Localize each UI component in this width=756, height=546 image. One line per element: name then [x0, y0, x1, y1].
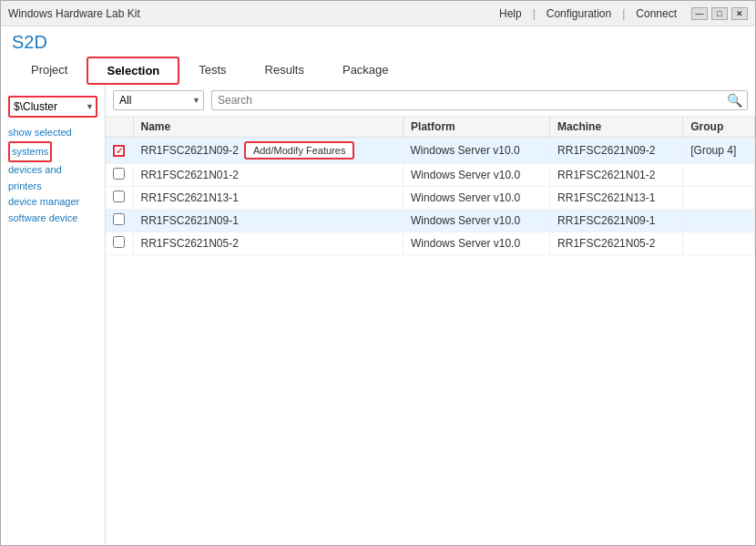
sidebar-item-device-manager[interactable]: device manager — [8, 194, 97, 211]
table-row: RR1FSC2621N09-1 Windows Server v10.0 RR1… — [106, 210, 755, 232]
col-group: Group — [683, 117, 755, 138]
main-panel: All Selected ▼ 🔍 Name — [106, 85, 755, 545]
row4-group — [683, 210, 755, 232]
main-window: Windows Hardware Lab Kit Help | Configur… — [0, 0, 756, 546]
row3-platform: Windows Server v10.0 — [404, 187, 550, 210]
app-brand-title: S2D — [12, 32, 744, 53]
window-controls: — □ ✕ — [691, 7, 748, 20]
col-machine: Machine — [550, 117, 683, 138]
row2-checkbox-cell[interactable] — [106, 164, 133, 187]
minimize-button[interactable]: — — [691, 7, 708, 20]
row4-name: RR1FSC2621N09-1 — [133, 210, 404, 232]
tab-selection[interactable]: Selection — [87, 57, 179, 85]
row5-checkbox[interactable] — [113, 236, 125, 248]
connect-link[interactable]: Connect — [636, 7, 677, 20]
row5-name: RR1FSC2621N05-2 — [133, 232, 404, 255]
help-link[interactable]: Help — [499, 7, 522, 20]
table-header-row: Name Platform Machine Group — [106, 117, 755, 138]
table-body: RR1FSC2621N09-2 Add/Modify Features Wind… — [106, 138, 755, 255]
cluster-dropdown[interactable]: $\Cluster — [8, 96, 97, 118]
row1-checkbox-cell[interactable] — [106, 138, 133, 164]
row1-checkbox[interactable] — [113, 145, 125, 157]
row4-platform: Windows Server v10.0 — [404, 210, 550, 232]
row2-group — [683, 164, 755, 187]
row5-machine: RR1FSC2621N05-2 — [550, 232, 683, 255]
table-row: RR1FSC2621N13-1 Windows Server v10.0 RR1… — [106, 187, 755, 210]
row2-platform: Windows Server v10.0 — [404, 164, 550, 187]
row1-name: RR1FSC2621N09-2 Add/Modify Features — [134, 138, 404, 163]
table-container: Name Platform Machine Group — [106, 117, 755, 545]
table-row: RR1FSC2621N09-2 Add/Modify Features Wind… — [106, 138, 755, 164]
table-row: RR1FSC2621N05-2 Windows Server v10.0 RR1… — [106, 232, 755, 255]
nav-tabs: Project Selection Tests Results Package — [12, 57, 744, 85]
tab-package[interactable]: Package — [323, 57, 408, 85]
title-bar-links: Help | Configuration | Connect — [499, 7, 677, 20]
row4-checkbox-cell[interactable] — [106, 210, 133, 232]
row1-machine: RR1FSC2621N09-2 — [550, 138, 683, 164]
sidebar: $\Cluster ▼ show selected systems device… — [1, 85, 106, 545]
configuration-link[interactable]: Configuration — [547, 7, 611, 20]
row2-machine: RR1FSC2621N01-2 — [550, 164, 683, 187]
sidebar-item-systems[interactable]: systems — [8, 141, 52, 163]
toolbar: All Selected ▼ 🔍 — [106, 85, 755, 117]
content-area: $\Cluster ▼ show selected systems device… — [1, 85, 755, 545]
row4-checkbox[interactable] — [113, 213, 125, 225]
tab-project[interactable]: Project — [12, 57, 87, 85]
search-input[interactable] — [211, 90, 748, 110]
row3-machine: RR1FSC2621N13-1 — [550, 187, 683, 210]
row5-group — [683, 232, 755, 255]
title-bar: Windows Hardware Lab Kit Help | Configur… — [1, 1, 755, 26]
row3-group — [683, 187, 755, 210]
sidebar-item-show-selected[interactable]: show selected — [8, 125, 97, 141]
row1-platform: Windows Server v10.0 — [404, 138, 550, 164]
col-platform: Platform — [404, 117, 550, 138]
col-checkbox — [106, 117, 133, 138]
devices-table: Name Platform Machine Group — [106, 117, 755, 255]
row4-machine: RR1FSC2621N09-1 — [550, 210, 683, 232]
row3-checkbox[interactable] — [113, 191, 125, 202]
row5-platform: Windows Server v10.0 — [404, 232, 550, 255]
app-header: S2D Project Selection Tests Results Pack… — [1, 26, 755, 85]
close-button[interactable]: ✕ — [731, 7, 748, 20]
tab-tests[interactable]: Tests — [179, 57, 245, 85]
cluster-dropdown-wrapper: $\Cluster ▼ — [8, 96, 97, 118]
row5-checkbox-cell[interactable] — [106, 232, 133, 255]
app-title: Windows Hardware Lab Kit — [8, 7, 140, 20]
tab-results[interactable]: Results — [246, 57, 323, 85]
row3-name: RR1FSC2621N13-1 — [133, 187, 404, 210]
row2-checkbox[interactable] — [113, 168, 125, 180]
row3-checkbox-cell[interactable] — [106, 187, 133, 210]
sidebar-links: show selected systems devices and printe… — [1, 125, 105, 227]
restore-button[interactable]: □ — [711, 7, 728, 20]
row2-name: RR1FSC2621N01-2 — [133, 164, 404, 187]
filter-dropdown-wrapper: All Selected ▼ — [113, 90, 204, 110]
row1-group: [Group 4] — [683, 138, 755, 164]
search-box: 🔍 — [211, 90, 748, 110]
table-row: RR1FSC2621N01-2 Windows Server v10.0 RR1… — [106, 164, 755, 187]
add-modify-features-button[interactable]: Add/Modify Features — [244, 141, 355, 160]
search-icon: 🔍 — [727, 93, 742, 108]
col-name: Name — [133, 117, 404, 138]
sidebar-item-software-device[interactable]: software device — [8, 211, 97, 227]
sidebar-item-devices-printers[interactable]: devices and printers — [8, 162, 97, 194]
filter-dropdown[interactable]: All Selected — [113, 90, 204, 110]
